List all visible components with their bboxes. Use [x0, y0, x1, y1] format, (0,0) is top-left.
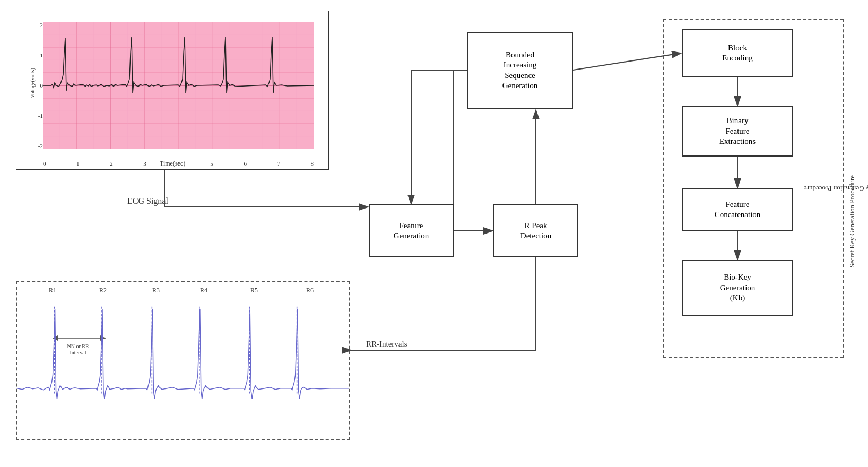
ecg-chart: Voltage(volts) 2 1 0 -1 -2 — [16, 11, 329, 170]
y-label-n2: -2 — [38, 143, 43, 149]
bounded-increasing-box: BoundedIncreasingSequenceGeneration — [467, 32, 573, 109]
feature-generation-label: FeatureGeneration — [394, 221, 429, 241]
secret-key-procedure-label: Secret Key Generation Procedure — [804, 184, 868, 193]
x-label-2: 2 — [110, 160, 113, 167]
x-axis-title: Time(sec) — [160, 160, 185, 168]
x-label-1: 1 — [76, 160, 80, 167]
binary-feature-extractions-label: BinaryFeatureExtractions — [719, 116, 756, 147]
ecg-signal-label: ECG Signal — [127, 196, 168, 206]
x-label-7: 7 — [277, 160, 280, 167]
r-peak-detection-box: R PeakDetection — [493, 204, 578, 257]
bio-key-generation-label: Bio-KeyGeneration(Kb) — [720, 272, 756, 304]
y-label-n1: -1 — [38, 113, 43, 119]
binary-feature-extractions-box: BinaryFeatureExtractions — [682, 106, 793, 157]
rr-intervals-label: RR-Intervals — [366, 340, 407, 349]
x-label-5: 5 — [210, 160, 213, 167]
block-encoding-box: BlockEncoding — [682, 29, 793, 77]
main-diagram: Voltage(volts) 2 1 0 -1 -2 — [0, 0, 868, 467]
feature-concatenation-label: FeatureConcatenation — [715, 200, 761, 220]
rr-chart: R1 R2 R3 R4 R5 R6 NN or RRInterval — [16, 281, 350, 440]
x-label-6: 6 — [244, 160, 247, 167]
x-label-8: 8 — [311, 160, 314, 167]
feature-concatenation-box: FeatureConcatenation — [682, 188, 793, 231]
ecg-grid-area — [43, 22, 314, 149]
ecg-waveform-svg — [43, 22, 314, 149]
secret-key-vertical-label: Secret Key Generation Procedure — [848, 175, 856, 267]
x-label-3: 3 — [143, 160, 146, 167]
r-peak-detection-label: R PeakDetection — [520, 221, 551, 241]
x-label-0: 0 — [43, 160, 46, 167]
bounded-increasing-label: BoundedIncreasingSequenceGeneration — [502, 50, 538, 91]
rr-waveform-svg — [17, 293, 349, 431]
y-axis: 2 1 0 -1 -2 — [22, 22, 43, 149]
block-encoding-label: BlockEncoding — [722, 43, 753, 64]
feature-generation-box: FeatureGeneration — [369, 204, 454, 257]
bio-key-generation-box: Bio-KeyGeneration(Kb) — [682, 260, 793, 316]
